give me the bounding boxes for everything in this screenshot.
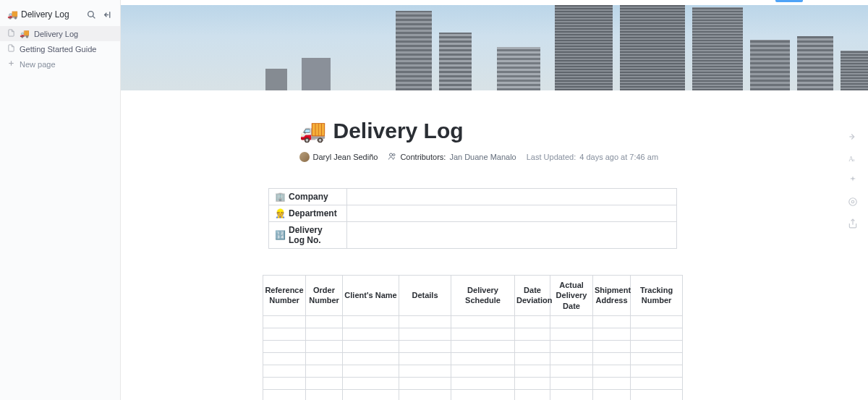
- info-row[interactable]: 🏢Company: [269, 189, 677, 205]
- table-cell[interactable]: [451, 328, 515, 340]
- table-cell[interactable]: [306, 389, 343, 400]
- top-action-button[interactable]: [775, 0, 803, 2]
- table-cell[interactable]: [550, 315, 593, 328]
- table-cell[interactable]: [451, 340, 515, 352]
- page-title[interactable]: 🚚 Delivery Log: [242, 118, 705, 143]
- column-header[interactable]: Client's Name: [343, 276, 399, 316]
- table-cell[interactable]: [631, 365, 683, 377]
- table-cell[interactable]: [263, 365, 306, 377]
- table-cell[interactable]: [550, 328, 593, 340]
- table-cell[interactable]: [631, 389, 683, 400]
- table-cell[interactable]: [263, 340, 306, 352]
- cover-image[interactable]: [121, 0, 868, 90]
- new-page-button[interactable]: New page: [0, 56, 120, 72]
- font-icon[interactable]: Aa: [846, 152, 859, 165]
- table-cell[interactable]: [550, 389, 593, 400]
- table-cell[interactable]: [515, 352, 550, 365]
- table-cell[interactable]: [451, 389, 515, 400]
- table-row[interactable]: [263, 389, 683, 400]
- table-cell[interactable]: [263, 315, 306, 328]
- search-icon[interactable]: [85, 9, 97, 20]
- column-header[interactable]: Details: [399, 276, 451, 316]
- table-cell[interactable]: [343, 352, 399, 365]
- table-cell[interactable]: [515, 377, 550, 389]
- column-header[interactable]: Date Deviation: [515, 276, 550, 316]
- table-cell[interactable]: [343, 315, 399, 328]
- sidebar-item-delivery-log[interactable]: 🚚 Delivery Log: [0, 26, 120, 41]
- table-cell[interactable]: [550, 352, 593, 365]
- table-cell[interactable]: [451, 365, 515, 377]
- info-row[interactable]: 👷Department: [269, 205, 677, 222]
- table-cell[interactable]: [306, 315, 343, 328]
- table-cell[interactable]: [399, 328, 451, 340]
- collapse-sidebar-icon[interactable]: [101, 9, 113, 20]
- table-cell[interactable]: [263, 328, 306, 340]
- table-cell[interactable]: [593, 340, 631, 352]
- table-cell[interactable]: [343, 328, 399, 340]
- table-cell[interactable]: [399, 315, 451, 328]
- table-cell[interactable]: [263, 377, 306, 389]
- table-row[interactable]: [263, 377, 683, 389]
- info-value-cell[interactable]: [347, 222, 677, 249]
- table-cell[interactable]: [593, 352, 631, 365]
- workspace-title[interactable]: 🚚 Delivery Log: [7, 9, 85, 20]
- table-cell[interactable]: [306, 377, 343, 389]
- table-row[interactable]: [263, 365, 683, 377]
- table-cell[interactable]: [399, 389, 451, 400]
- table-cell[interactable]: [306, 340, 343, 352]
- table-row[interactable]: [263, 352, 683, 365]
- table-cell[interactable]: [593, 377, 631, 389]
- info-value-cell[interactable]: [347, 189, 677, 205]
- sparkle-icon[interactable]: [846, 174, 859, 187]
- column-header[interactable]: Reference Number: [263, 276, 306, 316]
- table-cell[interactable]: [593, 315, 631, 328]
- info-table[interactable]: 🏢Company👷Department🔢Delivery Log No.: [268, 188, 677, 249]
- share-icon[interactable]: [846, 217, 859, 230]
- table-cell[interactable]: [306, 352, 343, 365]
- table-row[interactable]: [263, 340, 683, 352]
- author-chip[interactable]: Daryl Jean Sediño: [299, 152, 378, 162]
- table-cell[interactable]: [550, 377, 593, 389]
- table-cell[interactable]: [631, 352, 683, 365]
- table-cell[interactable]: [515, 315, 550, 328]
- table-cell[interactable]: [593, 365, 631, 377]
- table-cell[interactable]: [399, 365, 451, 377]
- table-cell[interactable]: [515, 340, 550, 352]
- table-cell[interactable]: [593, 328, 631, 340]
- table-cell[interactable]: [343, 365, 399, 377]
- table-cell[interactable]: [631, 315, 683, 328]
- table-cell[interactable]: [399, 352, 451, 365]
- table-cell[interactable]: [631, 328, 683, 340]
- table-cell[interactable]: [343, 377, 399, 389]
- contributors-chip[interactable]: Contributors: Jan Duane Manalo: [388, 152, 516, 162]
- expand-icon[interactable]: [846, 130, 859, 143]
- table-cell[interactable]: [515, 328, 550, 340]
- settings-icon[interactable]: [846, 195, 859, 208]
- table-cell[interactable]: [263, 352, 306, 365]
- table-cell[interactable]: [399, 377, 451, 389]
- table-cell[interactable]: [263, 389, 306, 400]
- table-cell[interactable]: [451, 352, 515, 365]
- table-cell[interactable]: [343, 340, 399, 352]
- table-row[interactable]: [263, 328, 683, 340]
- table-cell[interactable]: [451, 315, 515, 328]
- column-header[interactable]: Tracking Number: [631, 276, 683, 316]
- table-cell[interactable]: [550, 365, 593, 377]
- table-cell[interactable]: [550, 340, 593, 352]
- info-value-cell[interactable]: [347, 205, 677, 222]
- column-header[interactable]: Shipment Address: [593, 276, 631, 316]
- table-cell[interactable]: [515, 365, 550, 377]
- table-cell[interactable]: [399, 340, 451, 352]
- table-cell[interactable]: [631, 340, 683, 352]
- table-cell[interactable]: [631, 377, 683, 389]
- table-row[interactable]: [263, 315, 683, 328]
- log-table[interactable]: Reference NumberOrder NumberClient's Nam…: [263, 275, 683, 400]
- table-cell[interactable]: [306, 328, 343, 340]
- column-header[interactable]: Actual Delivery Date: [550, 276, 593, 316]
- table-cell[interactable]: [343, 389, 399, 400]
- column-header[interactable]: Order Number: [306, 276, 343, 316]
- info-row[interactable]: 🔢Delivery Log No.: [269, 222, 677, 249]
- table-cell[interactable]: [593, 389, 631, 400]
- table-cell[interactable]: [515, 389, 550, 400]
- sidebar-item-getting-started[interactable]: Getting Started Guide: [0, 41, 120, 56]
